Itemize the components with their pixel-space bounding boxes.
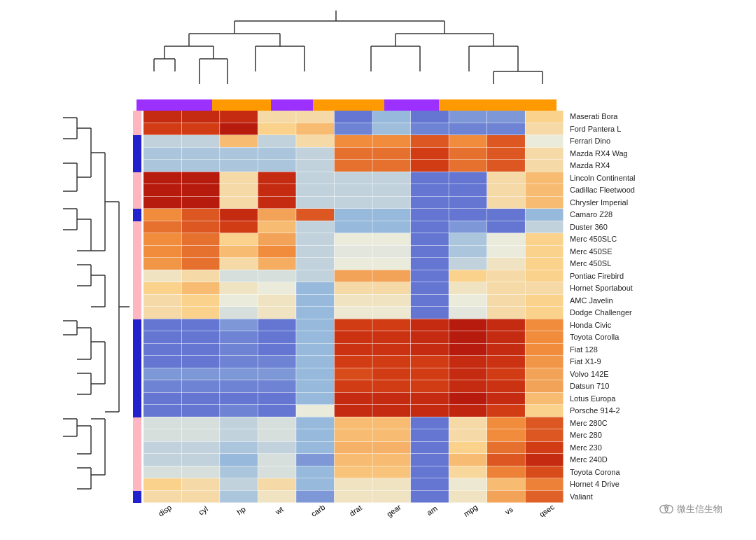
col-label: cyl	[197, 504, 209, 517]
side-strip-cell	[133, 331, 141, 344]
row-label: Merc 280C	[567, 417, 693, 430]
row-label: Ford Pantera L	[567, 123, 693, 136]
side-strip-cell	[133, 478, 141, 491]
main-container: Maserati BoraFord Pantera LFerrari DinoM…	[0, 0, 756, 540]
color-bar-segment	[271, 99, 313, 111]
watermark-icon	[659, 501, 674, 517]
row-label: Camaro Z28	[567, 209, 693, 221]
side-strip-cell	[133, 393, 141, 406]
color-bar-segment	[481, 99, 556, 111]
col-label: gear	[385, 503, 402, 518]
col-label: drat	[348, 504, 363, 518]
row-label: Datsun 710	[567, 380, 693, 393]
row-label: Merc 450SL	[567, 258, 693, 270]
side-strip-cell	[133, 319, 141, 332]
watermark-text: 微生信生物	[677, 503, 722, 515]
col-label: am	[426, 504, 439, 518]
row-label: Hornet Sportabout	[567, 282, 693, 295]
col-label: hp	[235, 504, 247, 516]
side-color-strip	[133, 111, 141, 503]
chart-area: Maserati BoraFord Pantera LFerrari DinoM…	[21, 7, 735, 525]
col-label: qsec	[538, 502, 556, 518]
side-strip-cell	[133, 184, 141, 197]
col-label: mpg	[462, 503, 479, 518]
row-label: Fiat X1-9	[567, 356, 693, 368]
row-label: Hornet 4 Drive	[567, 478, 693, 491]
row-label: Chrysler Imperial	[567, 197, 693, 209]
row-label: Lincoln Continental	[567, 172, 693, 185]
color-bar-segment	[439, 99, 481, 111]
row-label: Fiat 128	[567, 344, 693, 356]
color-bar	[136, 99, 556, 111]
row-label: Cadillac Fleetwood	[567, 184, 693, 197]
row-label: Mazda RX4 Wag	[567, 148, 693, 160]
side-strip-cell	[133, 491, 141, 504]
col-label: vs	[503, 505, 514, 516]
row-label: Merc 450SE	[567, 246, 693, 258]
side-strip-cell	[133, 258, 141, 270]
side-strip-cell	[133, 209, 141, 221]
row-label: Merc 230	[567, 442, 693, 455]
row-label: Toyota Corolla	[567, 331, 693, 344]
row-label: Pontiac Firebird	[567, 270, 693, 283]
row-label: Lotus Europa	[567, 393, 693, 406]
row-label: Ferrari Dino	[567, 135, 693, 148]
side-strip-cell	[133, 380, 141, 393]
row-label: Merc 240D	[567, 454, 693, 466]
row-label: Toyota Corona	[567, 466, 693, 479]
side-strip-cell	[133, 148, 141, 160]
left-dendrogram	[21, 111, 133, 503]
side-strip-cell	[133, 233, 141, 246]
col-label: carb	[309, 503, 326, 518]
col-labels: dispcylhpwtcarbdratgearammpgvsqsec	[144, 506, 564, 540]
side-strip-cell	[133, 270, 141, 283]
row-label: Duster 360	[567, 221, 693, 234]
side-strip-cell	[133, 295, 141, 307]
side-strip-cell	[133, 282, 141, 295]
row-label: Merc 280	[567, 429, 693, 442]
side-strip-cell	[133, 197, 141, 209]
side-strip-cell	[133, 123, 141, 136]
row-label: Dodge Challenger	[567, 307, 693, 319]
color-bar-segment	[212, 99, 271, 111]
side-strip-cell	[133, 442, 141, 455]
row-label: Mazda RX4	[567, 160, 693, 172]
col-label: wt	[274, 505, 285, 516]
side-strip-cell	[133, 356, 141, 368]
color-bar-segment	[136, 99, 212, 111]
row-label: Maserati Bora	[567, 111, 693, 123]
color-bar-segment	[313, 99, 384, 111]
row-label: AMC Javelin	[567, 295, 693, 307]
side-strip-cell	[133, 246, 141, 258]
svg-point-84	[665, 506, 673, 513]
color-bar-segment	[384, 99, 439, 111]
top-dendrogram	[136, 7, 556, 98]
side-strip-cell	[133, 160, 141, 172]
side-strip-cell	[133, 172, 141, 185]
side-strip-cell	[133, 368, 141, 381]
side-strip-cell	[133, 111, 141, 123]
row-labels: Maserati BoraFord Pantera LFerrari DinoM…	[567, 111, 693, 503]
row-label: Honda Civic	[567, 319, 693, 332]
side-strip-cell	[133, 466, 141, 479]
side-strip-cell	[133, 405, 141, 417]
side-strip-cell	[133, 307, 141, 319]
heatmap	[144, 111, 564, 503]
col-label: disp	[157, 503, 173, 518]
side-strip-cell	[133, 454, 141, 466]
watermark: 微生信生物	[659, 501, 722, 517]
side-strip-cell	[133, 344, 141, 356]
side-strip-cell	[133, 417, 141, 430]
row-label: Merc 450SLC	[567, 233, 693, 246]
row-label: Porsche 914-2	[567, 405, 693, 417]
row-label: Volvo 142E	[567, 368, 693, 381]
side-strip-cell	[133, 135, 141, 148]
side-strip-cell	[133, 221, 141, 234]
side-strip-cell	[133, 429, 141, 442]
